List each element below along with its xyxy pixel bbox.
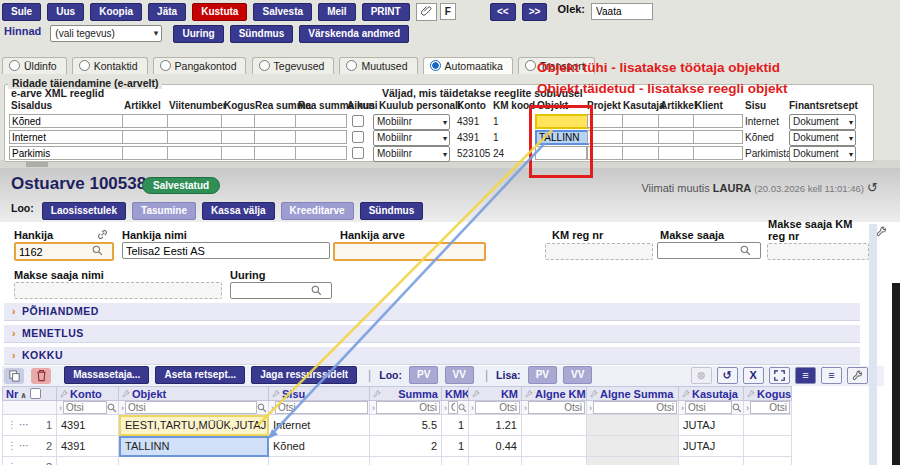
table-row[interactable]: ⋮⋯1 4391 EESTI,TARTU,MÜÜK,JUTAJ Internet… (2, 415, 792, 436)
col-header-kogus[interactable]: Kogus (744, 386, 792, 401)
filter-konto[interactable]: › (57, 401, 119, 415)
summa-cell[interactable]: 2 (370, 436, 442, 457)
link-icon[interactable] (96, 228, 109, 241)
loo-pv-button[interactable]: PV (409, 366, 438, 384)
kogus-cell[interactable] (744, 415, 792, 436)
rule-klient-input[interactable] (693, 114, 743, 128)
rule-viitenumber-input[interactable] (167, 146, 223, 160)
lisa-vv-button[interactable]: VV (563, 366, 592, 384)
clear-filter-icon[interactable]: ⊗ (691, 367, 712, 384)
massasetaja-button[interactable]: Massasetaja... (64, 366, 149, 384)
filter-algne-km[interactable]: › (522, 401, 587, 415)
rule-rea-summa-input[interactable] (254, 114, 297, 128)
kasutaja-cell[interactable]: JUTAJ (679, 415, 744, 436)
hankija-nimi-field[interactable] (122, 242, 330, 259)
km-cell[interactable]: 0.44 (469, 436, 522, 457)
koopia-button[interactable]: Koopia (90, 3, 142, 21)
rule-viitenumber-input[interactable] (167, 114, 223, 128)
col-header-algne-summa[interactable]: Algne Summa (587, 386, 679, 401)
kuulub-personali-select[interactable]: Mobiilnr▾ (373, 130, 450, 146)
table-row[interactable]: ⋮⋯2 4391 TALLINN Kõned 2 1 0.44 JUTAJ (2, 436, 792, 457)
wrench-icon[interactable] (876, 226, 887, 237)
rule-artikkel2-input[interactable] (658, 130, 695, 144)
objekt-cell-highlighted-blue[interactable]: TALLINN (119, 436, 269, 457)
col-header-objekt[interactable]: Objekt (119, 386, 269, 401)
sisu-cell[interactable] (269, 457, 370, 465)
uuring-button[interactable]: Uuring (173, 25, 223, 43)
rule-objekt-input-empty[interactable] (535, 114, 589, 129)
grid-settings-wrench-icon[interactable] (847, 367, 868, 384)
tab-pangakontod[interactable]: Pangakontod (153, 57, 247, 74)
filter-objekt[interactable]: › (119, 401, 269, 415)
summa-cell[interactable]: 5.5 (370, 415, 442, 436)
section-menetlus[interactable]: ›MENETLUS (4, 325, 860, 343)
filter-kmk[interactable]: › (442, 401, 469, 415)
rule-artikkel-input[interactable] (122, 130, 169, 144)
tab-muutused[interactable]: Muutused (339, 57, 417, 74)
tab-automaatika[interactable]: Automaatika (423, 57, 513, 74)
next-doc-button[interactable]: >> (522, 3, 548, 21)
undo-icon[interactable]: ↺ (717, 367, 738, 384)
finantsretsept-select[interactable]: Dokument▾ (789, 146, 856, 162)
col-header-kmk[interactable]: KMK (442, 386, 469, 401)
section-kokku[interactable]: ›KOKKU (4, 347, 860, 365)
kmk-cell[interactable]: 1 (442, 415, 469, 436)
tab-transport[interactable]: Transport (518, 57, 595, 74)
forum-button[interactable]: F (440, 3, 456, 20)
sundmus-button[interactable]: Sündmus (230, 25, 294, 43)
table-row[interactable]: ⋮⋯3 (2, 457, 792, 465)
kustuta-button[interactable]: Kustuta (192, 3, 247, 21)
attachment-button[interactable] (416, 3, 437, 21)
row-menu-icon[interactable]: ⋯ (19, 415, 30, 435)
tegevus-select[interactable]: (vali tegevus)▾ (50, 25, 162, 42)
konto-cell[interactable] (57, 457, 119, 465)
excel-export-icon[interactable]: X (743, 367, 764, 384)
filter-summa[interactable]: › (370, 401, 442, 415)
km-cell[interactable] (469, 457, 522, 465)
rule-kasutaja-input[interactable] (622, 130, 659, 144)
uus-button[interactable]: Uus (47, 3, 84, 21)
tab-tegevused[interactable]: Tegevused (252, 57, 335, 74)
prev-doc-button[interactable]: << (490, 3, 516, 21)
rule-klient-input[interactable] (693, 146, 743, 160)
rule-objekt-input[interactable] (535, 146, 587, 160)
rule-projekt-input[interactable] (587, 114, 623, 128)
rule-kogus-input[interactable] (221, 130, 256, 144)
konto-cell[interactable]: 4391 (57, 415, 119, 436)
kuulub-personali-select[interactable]: Mobiilnr▾ (373, 114, 450, 130)
filter-algne-summa[interactable]: › (587, 401, 679, 415)
section-pohiandmed[interactable]: ›PÕHIANDMED (4, 303, 860, 321)
finantsretsept-select[interactable]: Dokument▾ (789, 114, 856, 130)
kogus-cell[interactable] (744, 436, 792, 457)
search-icon[interactable] (732, 403, 742, 413)
tasumine-button[interactable]: Tasumine (132, 202, 196, 220)
col-header-km[interactable]: KM (469, 386, 522, 401)
drag-handle-icon[interactable]: ⋮ (7, 415, 17, 435)
filter-km[interactable]: › (469, 401, 522, 415)
delete-rows-button[interactable] (31, 368, 51, 384)
kassa-valja-button[interactable]: Kassa välja (202, 202, 275, 220)
summa-cell[interactable] (370, 457, 442, 465)
drag-handle-icon[interactable]: ⋮ (7, 457, 17, 465)
objekt-cell-highlighted-yellow[interactable]: EESTI,TARTU,MÜÜK,JUTAJ (119, 415, 269, 436)
sisu-cell[interactable]: Kõned (269, 436, 370, 457)
kreeditarve-button[interactable]: Kreeditarve (281, 202, 354, 220)
sundmus-create-button[interactable]: Sündmus (360, 202, 424, 220)
rule-projekt-input[interactable] (587, 146, 623, 160)
kuulub-personali-select[interactable]: Mobiilnr▾ (373, 146, 450, 162)
kmk-cell[interactable] (442, 457, 469, 465)
row-menu-icon[interactable]: ⋯ (19, 436, 30, 456)
col-header-konto[interactable]: Konto (57, 386, 119, 401)
col-header-kasutaja[interactable]: Kasutaja (679, 386, 744, 401)
rule-sisaldus-input[interactable] (9, 130, 125, 144)
jaga-ressurssidelt-button[interactable]: Jaga ressurssidelt (251, 366, 357, 384)
finantsretsept-select[interactable]: Dokument▾ (789, 130, 856, 146)
history-icon[interactable]: ↺ (867, 180, 878, 195)
rule-klient-input[interactable] (693, 130, 743, 144)
laosissetulek-button[interactable]: Laosissetulek (42, 202, 126, 220)
aseta-retsept-button[interactable]: Aseta retsept... (155, 366, 245, 384)
salvesta-button[interactable]: Salvesta (253, 3, 312, 21)
kmk-cell[interactable]: 1 (442, 436, 469, 457)
search-icon[interactable] (107, 403, 117, 413)
rule-sisaldus-input[interactable] (9, 114, 125, 128)
